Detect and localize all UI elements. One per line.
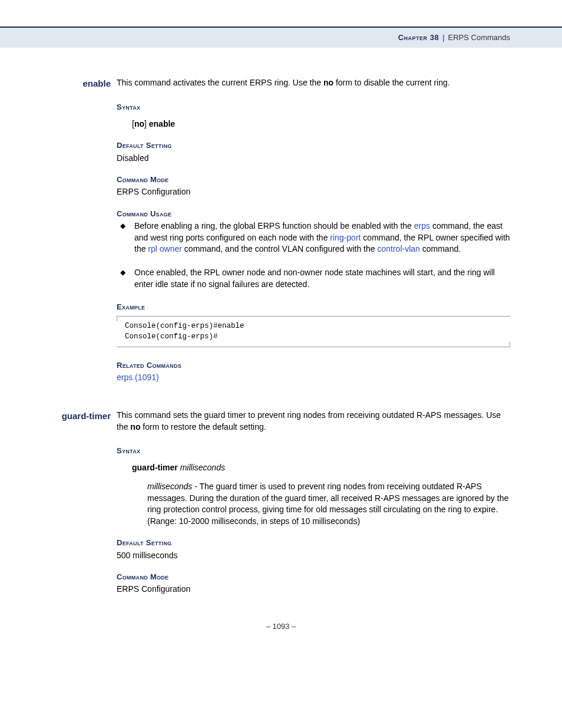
intro-post: form to restore the default setting. — [140, 422, 266, 431]
section-body: This command activates the current ERPS … — [117, 77, 510, 386]
section-guard-timer: guard-timer This command sets the guard … — [52, 410, 510, 598]
param-name: milliseconds — [147, 482, 192, 491]
syntax-heading: Syntax — [117, 102, 510, 113]
syntax-cmd: guard-timer — [132, 463, 178, 472]
section-enable: enable This command activates the curren… — [52, 77, 510, 386]
usage-text: Before enabling a ring, the global ERPS … — [134, 221, 414, 230]
link-control-vlan[interactable]: control-vlan — [377, 244, 419, 253]
default-heading: Default Setting — [117, 538, 510, 548]
usage-item: Before enabling a ring, the global ERPS … — [117, 220, 510, 255]
syntax-line: [no] enable — [132, 118, 510, 130]
mode-heading: Command Mode — [117, 572, 510, 582]
intro-post: form to disable the current ring. — [333, 78, 450, 87]
usage-list: Before enabling a ring, the global ERPS … — [117, 220, 510, 290]
example-code: Console(config-erps)#enable Console(conf… — [117, 316, 510, 347]
syntax-arg: milliseconds — [178, 463, 225, 472]
link-rpl-owner[interactable]: rpl owner — [148, 244, 182, 253]
param-description: milliseconds - The guard timer is used t… — [147, 481, 510, 527]
mode-value: ERPS Configuration — [117, 584, 510, 595]
mode-heading: Command Mode — [117, 174, 510, 185]
section-body: This command sets the guard timer to pre… — [117, 410, 510, 598]
usage-text: command, and the control VLAN configured… — [182, 244, 378, 253]
intro-bold: no — [130, 422, 140, 431]
intro-text: This command activates the current ERPS … — [117, 77, 510, 89]
command-name-guard-timer: guard-timer — [52, 410, 117, 598]
intro-pre: This command activates the current ERPS … — [117, 78, 323, 87]
default-value: Disabled — [117, 153, 510, 164]
usage-text: Once enabled, the RPL owner node and non… — [134, 268, 495, 289]
intro-bold: no — [323, 78, 333, 87]
usage-heading: Command Usage — [117, 209, 510, 219]
link-ring-port[interactable]: ring-port — [330, 233, 361, 242]
syntax-no: no — [134, 119, 144, 129]
page-header: Chapter 38 | ERPS Commands — [0, 27, 562, 48]
syntax-heading: Syntax — [117, 446, 510, 456]
syntax-line: guard-timer milliseconds — [132, 462, 510, 474]
link-erps-1091[interactable]: erps (1091) — [117, 373, 159, 382]
header-separator: | — [442, 32, 444, 43]
usage-item: Once enabled, the RPL owner node and non… — [117, 267, 510, 290]
command-name-enable: enable — [52, 77, 117, 386]
mode-value: ERPS Configuration — [117, 186, 510, 198]
default-heading: Default Setting — [117, 140, 510, 151]
related-heading: Related Commands — [117, 360, 510, 371]
page-number: – 1093 – — [52, 621, 510, 632]
default-value: 500 milliseconds — [117, 550, 510, 562]
intro-text: This command sets the guard timer to pre… — [117, 410, 510, 433]
chapter-label: Chapter 38 — [398, 32, 439, 43]
link-erps[interactable]: erps — [414, 221, 430, 230]
syntax-cmd: enable — [147, 119, 175, 129]
param-desc-text: - The guard timer is used to prevent rin… — [147, 482, 508, 526]
header-title: ERPS Commands — [448, 32, 510, 43]
usage-text: command. — [420, 244, 461, 253]
page-content: enable This command activates the curren… — [0, 48, 562, 632]
example-heading: Example — [117, 302, 510, 312]
